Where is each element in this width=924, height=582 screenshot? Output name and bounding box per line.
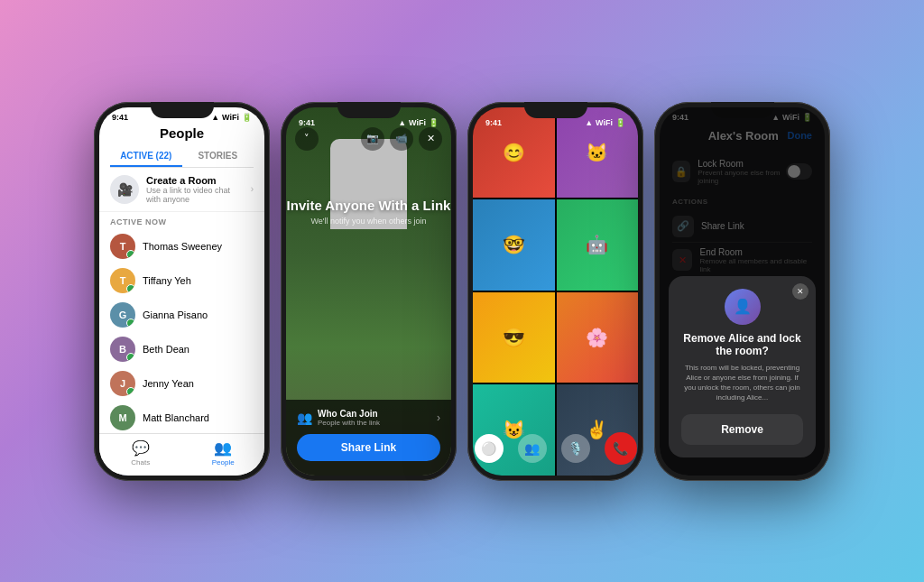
video-cell-6: 🌸 — [557, 292, 639, 383]
avatar-beth: B — [110, 337, 135, 362]
wifi-icon: WiFi — [222, 113, 239, 122]
top-controls: ˅ 📷 📹 ✕ — [295, 127, 442, 151]
nav-people[interactable]: 👥 People — [182, 439, 265, 467]
avatar-gianna: G — [110, 302, 135, 328]
nav-people-label: People — [212, 458, 235, 467]
signal-icon: ▲ — [211, 113, 219, 122]
tab-stories[interactable]: STORIES — [182, 146, 254, 167]
time-1: 9:41 — [112, 113, 128, 122]
avatar-jenny: J — [110, 371, 135, 396]
video-btn[interactable]: 📹 — [390, 127, 413, 151]
time-3: 9:41 — [485, 118, 502, 127]
create-room-title: Create a Room — [146, 175, 244, 186]
contact-gianna[interactable]: G Gianna Pisano — [99, 298, 264, 332]
video-grid: 😊 🐱 🤓 🤖 😎 🌸 😺 ✌️ — [473, 107, 638, 476]
camera-flip-btn[interactable]: 📷 — [361, 127, 384, 151]
people-icon: 👥 — [214, 439, 232, 457]
who-text: Who Can Join People with the link — [318, 409, 380, 427]
chevron-down-btn[interactable]: ˅ — [295, 127, 319, 151]
modal-alice-avatar: 👤 — [725, 289, 761, 325]
modal-title: Remove Alice and lock the room? — [681, 332, 803, 357]
close-btn[interactable]: ✕ — [419, 127, 442, 151]
time-2: 9:41 — [299, 118, 315, 127]
contact-beth[interactable]: B Beth Dean — [99, 332, 264, 366]
share-link-button[interactable]: Share Link — [297, 434, 440, 461]
bottom-panel: 👥 Who Can Join People with the link › Sh… — [286, 400, 451, 476]
status-bar-3: 9:41 ▲ WiFi 🔋 — [473, 113, 638, 129]
avatar-thomas: T — [110, 234, 135, 259]
nav-chats[interactable]: 💬 Chats — [99, 439, 182, 467]
status-icons-3: ▲ WiFi 🔋 — [585, 118, 625, 127]
screen-4: 9:41 ▲ WiFi 🔋 Alex's Room Done 🔒 Lock Ro… — [660, 107, 825, 476]
name-beth: Beth Dean — [143, 344, 189, 355]
group-call-button[interactable]: 👥 — [518, 434, 547, 463]
video-cell-4: 🤖 — [557, 199, 639, 291]
tab-active[interactable]: ACTIVE (22) — [110, 146, 182, 167]
name-tiffany: Tiffany Yeh — [143, 275, 191, 286]
create-room-item[interactable]: 🎥 Create a Room Use a link to video chat… — [99, 168, 264, 212]
create-room-subtitle: Use a link to video chat with anyone — [146, 186, 244, 204]
contact-matt[interactable]: M Matt Blanchard — [99, 401, 264, 435]
status-icons-2: ▲ WiFi 🔋 — [398, 118, 439, 127]
tabs-row: ACTIVE (22) STORIES — [110, 146, 254, 168]
signal-2: ▲ — [398, 118, 406, 127]
invite-title: Invite Anyone With a Link — [286, 198, 451, 213]
bottom-nav: 💬 Chats 👥 People — [99, 433, 264, 476]
invite-sub: We'll notify you when others join — [286, 217, 451, 226]
who-can-join-row[interactable]: 👥 Who Can Join People with the link › — [297, 409, 440, 427]
right-controls: 📷 📹 ✕ — [361, 127, 442, 151]
contact-tiffany[interactable]: T Tiffany Yeh — [99, 263, 264, 298]
who-chevron-icon: › — [437, 411, 440, 424]
chat-icon: 💬 — [132, 439, 150, 457]
contact-jenny[interactable]: J Jenny Yean — [99, 366, 264, 401]
remove-button[interactable]: Remove — [681, 414, 803, 445]
end-call-button[interactable]: 📞 — [605, 432, 637, 465]
nav-chats-label: Chats — [131, 458, 150, 467]
invite-overlay: Invite Anyone With a Link We'll notify y… — [286, 198, 451, 226]
room-icon: 🎥 — [110, 175, 139, 204]
name-gianna: Gianna Pisano — [143, 309, 208, 320]
page-title-people: People — [99, 124, 264, 146]
shutter-button[interactable]: ⚪ — [475, 434, 504, 463]
modal-close-button[interactable]: ✕ — [792, 283, 808, 300]
mute-button[interactable]: 🎙️ — [561, 434, 590, 463]
contact-thomas[interactable]: T Thomas Sweeney — [99, 229, 264, 263]
chevron-right-icon: › — [251, 184, 254, 194]
who-sub: People with the link — [318, 419, 380, 427]
group-icon: 👥 — [297, 411, 312, 425]
battery-3: 🔋 — [615, 118, 625, 127]
status-icons-1: ▲ WiFi 🔋 — [211, 113, 252, 122]
signal-3: ▲ — [585, 118, 593, 127]
wifi-2: WiFi — [409, 118, 426, 127]
wifi-3: WiFi — [596, 118, 613, 127]
screen-2: 9:41 ▲ WiFi 🔋 ˅ 📷 📹 ✕ Invite Anyone With… — [286, 107, 451, 476]
call-controls: ⚪ 👥 🎙️ 📞 — [473, 432, 638, 465]
name-thomas: Thomas Sweeney — [143, 241, 222, 252]
create-room-text: Create a Room Use a link to video chat w… — [146, 175, 244, 204]
modal-desc: This room will be locked, preventing Ali… — [681, 363, 803, 403]
screen-1: 9:41 ▲ WiFi 🔋 People ACTIVE (22) STORIES… — [99, 107, 264, 476]
remove-modal-card: ✕ 👤 Remove Alice and lock the room? This… — [669, 276, 816, 457]
active-now-label: ACTIVE NOW — [99, 212, 264, 229]
video-cell-3: 🤓 — [473, 199, 555, 291]
remove-modal-overlay: ✕ 👤 Remove Alice and lock the room? This… — [660, 107, 825, 476]
phone-2: 9:41 ▲ WiFi 🔋 ˅ 📷 📹 ✕ Invite Anyone With… — [281, 102, 457, 481]
video-cell-5: 😎 — [473, 292, 555, 383]
notch-2 — [337, 102, 401, 118]
who-label: Who Can Join — [318, 409, 380, 419]
screen-3: 9:41 ▲ WiFi 🔋 😊 🐱 🤓 🤖 😎 — [473, 107, 638, 476]
avatar-tiffany: T — [110, 268, 135, 293]
phone-4: 9:41 ▲ WiFi 🔋 Alex's Room Done 🔒 Lock Ro… — [654, 102, 830, 481]
who-left: 👥 Who Can Join People with the link — [297, 409, 380, 427]
battery-icon: 🔋 — [242, 113, 252, 122]
phone-1: 9:41 ▲ WiFi 🔋 People ACTIVE (22) STORIES… — [94, 102, 270, 481]
avatar-matt: M — [110, 405, 135, 430]
name-matt: Matt Blanchard — [143, 412, 209, 423]
notch-1 — [151, 102, 214, 118]
phone-3: 9:41 ▲ WiFi 🔋 😊 🐱 🤓 🤖 😎 — [467, 102, 643, 481]
name-jenny: Jenny Yean — [143, 378, 194, 389]
battery-2: 🔋 — [429, 118, 439, 127]
